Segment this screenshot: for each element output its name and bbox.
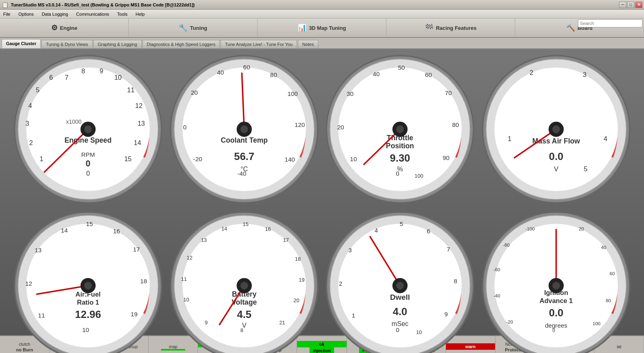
svg-text:2: 2	[29, 139, 33, 146]
search-input[interactable]	[578, 19, 642, 27]
svg-text:21: 21	[279, 320, 285, 326]
svg-text:10: 10	[82, 326, 89, 333]
svg-text:9: 9	[444, 311, 448, 318]
titlebar: 📋 TunerStudio MS v3.0.14 - RUSefi_test (…	[0, 0, 644, 10]
svg-text:90: 90	[443, 154, 450, 161]
svg-text:Position: Position	[386, 142, 414, 150]
svg-text:11: 11	[181, 276, 186, 282]
svg-text:80: 80	[605, 298, 611, 303]
svg-point-25	[84, 125, 92, 133]
svg-text:Ratio 1: Ratio 1	[77, 298, 99, 305]
svg-text:0: 0	[183, 124, 187, 131]
gauge-engine-speed: 7 8 9 10 11 12 13 14 15 6 5 4 3 2 1 0 x1…	[12, 53, 164, 206]
3dmap-icon: 📊	[297, 23, 306, 32]
engine-icon: ⚙	[51, 23, 58, 32]
svg-text:30: 30	[347, 90, 353, 97]
window-controls: ─ □ ✕	[619, 2, 642, 8]
minimize-button[interactable]: ─	[619, 2, 626, 8]
tab-notes[interactable]: Notes	[298, 40, 318, 48]
svg-text:1: 1	[352, 311, 355, 318]
svg-text:-20: -20	[193, 156, 202, 162]
menu-datalogging[interactable]: Data Logging	[40, 11, 70, 17]
svg-text:15: 15	[86, 220, 93, 227]
svg-text:6: 6	[49, 74, 53, 81]
svg-point-44	[240, 125, 248, 133]
svg-text:100: 100	[592, 320, 601, 326]
svg-text:17: 17	[133, 245, 140, 252]
svg-text:degrees: degrees	[545, 322, 568, 328]
toolbar-tuning[interactable]: 🔧 Tuning	[129, 19, 258, 37]
svg-text:8: 8	[454, 277, 458, 284]
svg-text:15: 15	[124, 155, 132, 162]
svg-text:50: 50	[398, 64, 405, 71]
svg-text:11: 11	[127, 86, 134, 93]
toolbar-racing[interactable]: 🏁 Racing Features	[386, 19, 515, 37]
svg-text:13: 13	[201, 237, 206, 243]
gauge-battery-svg: 8 9 10 11 12 13 14 15 16 17 18 19 20 21 …	[168, 210, 320, 353]
svg-text:120: 120	[294, 121, 305, 128]
svg-text:13: 13	[138, 120, 145, 127]
svg-text:12: 12	[135, 102, 142, 109]
svg-text:x1000: x1000	[66, 118, 82, 125]
svg-text:20: 20	[191, 89, 198, 96]
svg-point-65	[396, 125, 404, 133]
svg-text:2: 2	[529, 69, 533, 76]
menu-options[interactable]: Options	[17, 11, 35, 17]
svg-text:6: 6	[427, 227, 430, 234]
menu-communications[interactable]: Communications	[74, 11, 111, 17]
svg-text:20: 20	[337, 124, 344, 131]
svg-text:°C: °C	[240, 165, 248, 172]
window-title: TunerStudio MS v3.0.14 - RUSefi_test (Bo…	[11, 2, 619, 7]
gauge-dwell: 0 1 2 3 4 5 6 7 8 9 10 Dwell 4.0 mSec	[324, 210, 476, 353]
gauge-battery: 8 9 10 11 12 13 14 15 16 17 18 19 20 21 …	[168, 210, 320, 353]
gauge-afr-svg: 10 11 12 13 14 15 16 17 18 19 Air:Fuel R…	[12, 210, 164, 353]
svg-text:18: 18	[140, 277, 147, 284]
svg-point-142	[396, 282, 404, 289]
svg-text:17: 17	[283, 237, 289, 243]
menubar: File Options Data Logging Communications…	[0, 10, 644, 19]
svg-text:60: 60	[243, 64, 250, 71]
maximize-button[interactable]: □	[627, 2, 634, 8]
svg-text:19: 19	[131, 311, 138, 318]
svg-text:4.0: 4.0	[393, 305, 407, 317]
svg-text:16: 16	[113, 227, 120, 234]
menu-tools[interactable]: Tools	[116, 11, 129, 17]
menu-help[interactable]: Help	[134, 11, 147, 17]
gauge-throttle-pos: 0 10 20 30 40 50 60 70 80 90 100 Throttl…	[324, 53, 476, 206]
gauge-dwell-svg: 0 1 2 3 4 5 6 7 8 9 10 Dwell 4.0 mSec	[324, 210, 476, 353]
toolbar-3dmap[interactable]: 📊 3D Map Tuning	[258, 19, 386, 37]
svg-text:0.0: 0.0	[549, 151, 563, 162]
svg-text:-60: -60	[493, 267, 500, 272]
svg-point-122	[240, 282, 248, 289]
tabs: Gauge Cluster Tuning & Dyno Views Graphi…	[0, 38, 644, 49]
svg-text:-100: -100	[525, 226, 535, 231]
svg-text:Engine Speed: Engine Speed	[64, 136, 111, 144]
svg-text:60: 60	[425, 71, 432, 78]
tab-tuning-dyno[interactable]: Tuning & Dyno Views	[41, 40, 93, 48]
svg-text:3: 3	[25, 120, 29, 127]
svg-text:7: 7	[447, 245, 450, 252]
svg-text:4: 4	[603, 135, 607, 142]
tab-tune-analyze[interactable]: Tune Analyze Live! - Tune For You	[221, 40, 297, 48]
svg-text:V: V	[242, 321, 246, 328]
svg-text:3: 3	[349, 247, 352, 253]
svg-text:2: 2	[339, 280, 343, 287]
tab-diagnostics[interactable]: Diagnostics & High Speed Loggers	[142, 40, 220, 48]
svg-text:14: 14	[61, 226, 68, 233]
tab-graphing[interactable]: Graphing & Logging	[93, 40, 142, 48]
menu-file[interactable]: File	[2, 11, 12, 17]
gauge-maf-svg: 1 2 3 4 5 Mass Air Flow 0.0 V	[480, 53, 632, 206]
svg-text:5: 5	[36, 86, 39, 93]
svg-text:12: 12	[186, 254, 192, 260]
svg-text:19: 19	[299, 277, 304, 283]
svg-text:-20: -20	[506, 319, 513, 324]
svg-text:9: 9	[99, 67, 103, 75]
tab-gauge-cluster[interactable]: Gauge Cluster	[2, 39, 41, 48]
svg-text:11: 11	[38, 311, 45, 318]
svg-text:3: 3	[582, 71, 586, 78]
svg-text:40: 40	[217, 69, 224, 76]
svg-text:0: 0	[86, 170, 90, 177]
svg-text:10: 10	[114, 74, 122, 81]
close-button[interactable]: ✕	[635, 2, 642, 8]
toolbar-engine[interactable]: ⚙ Engine	[0, 19, 129, 37]
